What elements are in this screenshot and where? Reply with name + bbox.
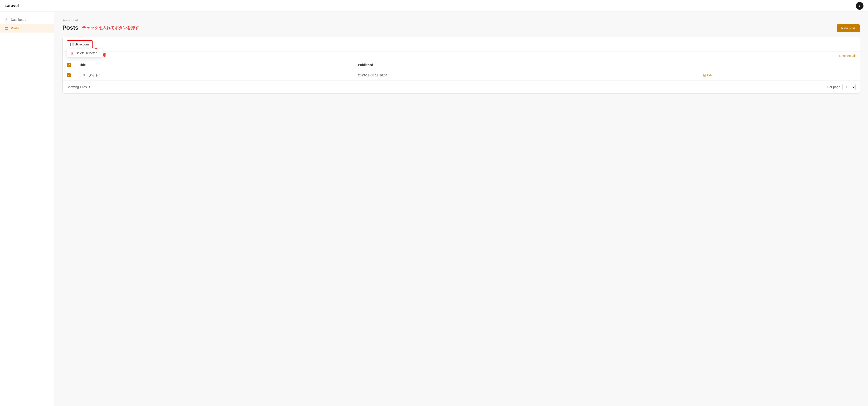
edit-icon [703, 74, 706, 76]
row-action-cell: Edit [699, 70, 860, 81]
col-checkbox: ✓ [63, 60, 75, 70]
sidebar-item-dashboard[interactable]: Dashboard [0, 15, 54, 24]
app-logo: Laravel [4, 3, 19, 8]
per-page-label: Per page [827, 85, 840, 89]
avatar[interactable]: Y [856, 2, 864, 10]
col-published: Published [354, 60, 700, 70]
per-page-control: Per page 10 25 50 [827, 84, 856, 90]
trash-icon: 🗑 [70, 51, 74, 55]
checkmark-icon: ✓ [68, 74, 70, 76]
bulk-actions-dropdown: 🗑 Delete selected [67, 49, 103, 57]
sidebar-dashboard-label: Dashboard [11, 18, 26, 22]
per-page-select[interactable]: 10 25 50 [842, 84, 856, 90]
row-title: テストタイトル [79, 73, 101, 77]
svg-rect-0 [5, 28, 8, 30]
row-checkbox-cell: ✓ [63, 70, 75, 81]
delete-selected-item[interactable]: 🗑 Delete selected [67, 49, 103, 57]
edit-link[interactable]: Edit [703, 73, 856, 77]
delete-selected-label: Delete selected [75, 51, 97, 55]
table-toolbar: Bulk actions 🗑 Delete selected [63, 37, 860, 52]
layout: Dashboard Posts Posts › List Posts チェックを… [0, 12, 868, 406]
page-header: Posts チェックを入れてボタンを押す New post [62, 24, 860, 32]
annotation-text: チェックを入れてボタンを押す [82, 25, 139, 31]
row-title-cell: テストタイトル [75, 70, 354, 81]
table-footer: Showing 1 result Per page 10 25 50 [63, 81, 860, 93]
bulk-actions-button[interactable]: Bulk actions [67, 40, 93, 49]
data-table: ✓ Title Published [63, 60, 860, 81]
checkmark-icon: ✓ [68, 64, 70, 66]
edit-label: Edit [707, 73, 712, 77]
page-title: Posts [62, 24, 79, 31]
row-published-cell: 2023-12-08 12:16:04 [354, 70, 700, 81]
row-published: 2023-12-08 12:16:04 [358, 73, 388, 77]
topnav: Laravel Y [0, 0, 868, 12]
action-bar: Deselect all [63, 52, 860, 60]
breadcrumb-sep: › [71, 19, 72, 22]
breadcrumb-posts: Posts [62, 19, 70, 22]
col-actions [699, 60, 860, 70]
page-title-area: Posts チェックを入れてボタンを押す [62, 24, 139, 31]
main-content: Posts › List Posts チェックを入れてボタンを押す New po… [54, 12, 868, 406]
select-all-checkbox[interactable]: ✓ [67, 63, 71, 67]
deselect-all-button[interactable]: Deselect all [839, 54, 856, 58]
row-checkbox[interactable]: ✓ [67, 73, 71, 77]
home-icon [4, 18, 8, 22]
sidebar-posts-label: Posts [11, 26, 19, 30]
table-row: ✓ テストタイトル 2023-12-08 12:16:04 [63, 70, 860, 81]
table-card: Bulk actions 🗑 Delete selected [62, 37, 860, 94]
dots-icon [70, 43, 71, 46]
results-count: Showing 1 result [67, 85, 90, 89]
bulk-actions-label: Bulk actions [72, 42, 89, 46]
box-icon [4, 26, 8, 30]
sidebar-item-posts[interactable]: Posts [0, 24, 54, 33]
new-post-button[interactable]: New post [837, 24, 860, 32]
col-title: Title [75, 60, 354, 70]
sidebar: Dashboard Posts [0, 12, 54, 406]
breadcrumb: Posts › List [62, 19, 860, 22]
breadcrumb-list: List [73, 19, 78, 22]
